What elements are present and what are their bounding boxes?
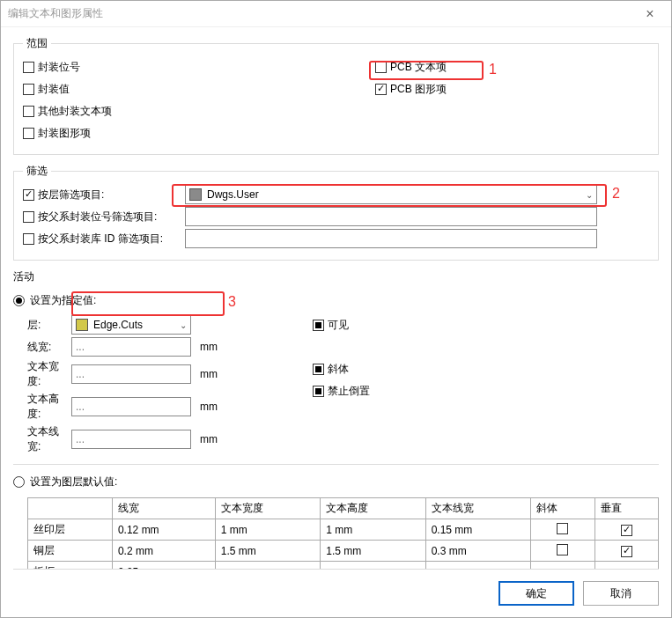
filter-group: 筛选 按层筛选项目: Dwgs.User ⌄ 按父系封装位号筛选项目: 按父系封…: [13, 164, 659, 261]
checkbox-icon: [23, 233, 34, 245]
annotation-box-1: [369, 61, 484, 80]
table-header: 文本宽度: [215, 498, 320, 519]
radio-icon: [13, 295, 25, 306]
table-cell: [321, 562, 425, 570]
close-icon[interactable]: ×: [636, 6, 664, 22]
table-row: 板框0.05 mm: [28, 562, 659, 570]
table-header: 线宽: [112, 498, 215, 519]
checkbox-icon: [23, 189, 34, 201]
tristate-icon: [313, 386, 324, 397]
table-row: 丝印层0.12 mm1 mm1 mm0.15 mm: [28, 519, 659, 541]
cb-label: 按父系封装位号筛选项目:: [38, 210, 157, 224]
table-cell: 1 mm: [215, 519, 320, 541]
cb-visible[interactable]: 可见: [313, 318, 349, 333]
cb-label: 封装值: [38, 82, 70, 97]
annotation-box-2: [172, 184, 607, 207]
cb-upright[interactable]: 禁止倒置: [313, 384, 370, 399]
table-header: 垂直: [594, 498, 659, 519]
checkbox-icon[interactable]: [557, 544, 568, 555]
filter-parent-ref-input[interactable]: [185, 207, 597, 226]
cb-fp-ref[interactable]: 封装位号: [23, 60, 80, 75]
scope-group: 范围 封装位号 封装值 其他封装文本项 封装图形项 PCB 文本项 PCB 图形…: [13, 36, 659, 155]
cb-pcb-graphic[interactable]: PCB 图形项: [375, 82, 447, 97]
radio-set-default[interactable]: 设置为图层默认值:: [13, 475, 117, 489]
dialog-content: 范围 封装位号 封装值 其他封装文本项 封装图形项 PCB 文本项 PCB 图形…: [1, 27, 671, 569]
table-cell: [594, 519, 659, 541]
window-title: 编辑文本和图形属性: [8, 6, 103, 21]
defaults-table: 线宽文本宽度文本高度文本线宽斜体垂直 丝印层0.12 mm1 mm1 mm0.1…: [27, 497, 659, 569]
checkbox-icon: [23, 106, 34, 117]
table-cell: [531, 541, 594, 562]
unit-label: mm: [200, 341, 235, 353]
filter-legend: 筛选: [23, 164, 51, 179]
tl-label: 文本线宽:: [13, 424, 66, 454]
annotation-number: 2: [612, 186, 620, 202]
cb-label: 其他封装文本项: [38, 104, 112, 119]
cb-filter-parent-ref[interactable]: 按父系封装位号筛选项目:: [23, 210, 157, 224]
table-cell: 0.15 mm: [425, 519, 530, 541]
table-cell: [425, 562, 530, 570]
text-thick-input[interactable]: [71, 430, 191, 449]
lw-label: 线宽:: [13, 340, 66, 355]
table-cell: 铜层: [28, 541, 113, 562]
scope-legend: 范围: [23, 36, 51, 51]
radio-icon: [13, 476, 25, 488]
cb-label: PCB 图形项: [390, 82, 447, 97]
color-swatch-icon: [76, 319, 88, 331]
table-cell: 1.5 mm: [321, 541, 425, 562]
table-cell: 丝印层: [28, 519, 113, 541]
checkbox-icon: [23, 62, 34, 73]
table-cell: 0.2 mm: [112, 541, 215, 562]
cb-label: 斜体: [328, 362, 349, 377]
table-cell: 0.12 mm: [112, 519, 215, 541]
checkbox-icon: [23, 211, 34, 223]
table-header: 文本高度: [321, 498, 425, 519]
titlebar: 编辑文本和图形属性 ×: [1, 1, 671, 27]
line-width-input[interactable]: [71, 337, 191, 357]
cb-filter-parent-lib[interactable]: 按父系封装库 ID 筛选项目:: [23, 232, 163, 246]
tristate-icon: [313, 320, 324, 331]
cb-filter-layer[interactable]: 按层筛选项目:: [23, 188, 104, 202]
dialog-footer: 确定 取消: [1, 570, 671, 617]
annotation-number: 1: [489, 62, 497, 77]
cancel-button[interactable]: 取消: [583, 581, 659, 606]
unit-label: mm: [200, 401, 235, 413]
checkbox-icon[interactable]: [621, 525, 632, 536]
table-cell: [531, 519, 594, 541]
table-cell: 板框: [28, 562, 113, 570]
text-height-input[interactable]: [71, 397, 191, 416]
table-header: [28, 498, 113, 519]
table-row: 铜层0.2 mm1.5 mm1.5 mm0.3 mm: [28, 541, 659, 562]
cb-italic[interactable]: 斜体: [313, 362, 349, 377]
unit-label: mm: [200, 368, 235, 380]
layer-label: 层:: [13, 318, 66, 333]
checkbox-icon[interactable]: [621, 546, 632, 557]
cb-fp-val[interactable]: 封装值: [23, 82, 70, 97]
table-header: 斜体: [531, 498, 594, 519]
table-cell: [531, 562, 594, 570]
cb-label: 禁止倒置: [328, 384, 370, 399]
action-legend: 活动: [13, 269, 34, 284]
th-label: 文本高度:: [13, 392, 66, 422]
cb-label: 可见: [328, 318, 349, 333]
divider: [13, 464, 659, 465]
checkbox-icon: [23, 84, 34, 95]
tw-label: 文本宽度:: [13, 359, 66, 389]
filter-parent-lib-input[interactable]: [185, 229, 597, 248]
table-cell: [215, 562, 320, 570]
table-cell: [594, 541, 659, 562]
button-label: 确定: [526, 586, 547, 601]
table-header: 文本线宽: [425, 498, 530, 519]
button-label: 取消: [610, 586, 631, 601]
text-width-input[interactable]: [71, 364, 191, 384]
cb-label: 封装图形项: [38, 126, 91, 141]
ok-button[interactable]: 确定: [498, 581, 574, 606]
table-cell: 1 mm: [321, 519, 425, 541]
cb-fp-graphic[interactable]: 封装图形项: [23, 126, 91, 141]
table-cell: 0.3 mm: [425, 541, 530, 562]
checkbox-icon[interactable]: [557, 523, 568, 534]
cb-other-text[interactable]: 其他封装文本项: [23, 104, 112, 119]
chevron-down-icon: ⌄: [180, 320, 187, 330]
checkbox-icon: [375, 84, 387, 95]
action-layer-dropdown[interactable]: Edge.Cuts ⌄: [71, 315, 191, 335]
